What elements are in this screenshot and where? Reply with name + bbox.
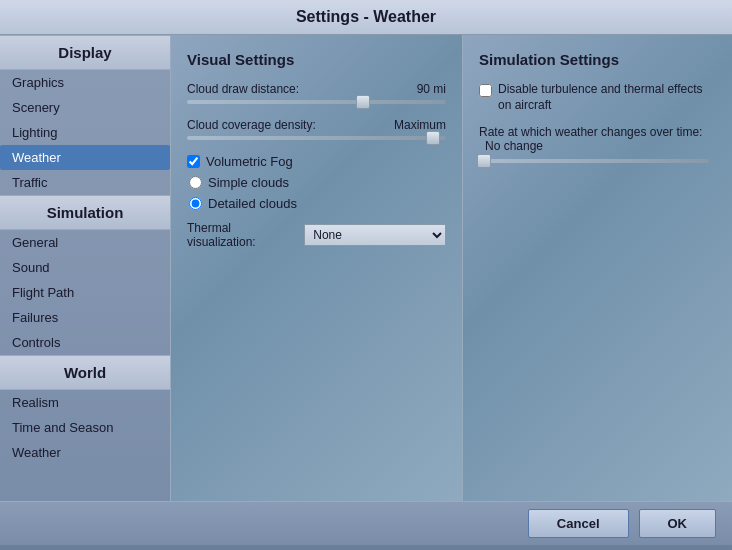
detailed-clouds-label[interactable]: Detailed clouds xyxy=(208,196,297,211)
sidebar-item-controls[interactable]: Controls xyxy=(0,330,170,355)
sidebar-item-failures[interactable]: Failures xyxy=(0,305,170,330)
visual-settings-title: Visual Settings xyxy=(187,51,446,68)
volumetric-fog-label[interactable]: Volumetric Fog xyxy=(206,154,293,169)
volumetric-fog-row: Volumetric Fog xyxy=(187,154,446,169)
sidebar-item-realism[interactable]: Realism xyxy=(0,390,170,415)
sidebar-item-lighting[interactable]: Lighting xyxy=(0,120,170,145)
sidebar-item-weather[interactable]: Weather xyxy=(0,145,170,170)
sidebar-item-time-and-season[interactable]: Time and Season xyxy=(0,415,170,440)
sidebar-item-graphics[interactable]: Graphics xyxy=(0,70,170,95)
detailed-clouds-radio[interactable] xyxy=(189,197,202,210)
cloud-draw-value: 90 mi xyxy=(417,82,446,96)
simulation-settings-title: Simulation Settings xyxy=(479,51,716,68)
simulation-section-header: Simulation xyxy=(0,195,170,230)
turbulence-label[interactable]: Disable turbulence and thermal effects o… xyxy=(498,82,716,113)
rate-slider[interactable] xyxy=(479,159,709,163)
volumetric-fog-checkbox[interactable] xyxy=(187,155,200,168)
rate-label: Rate at which weather changes over time: xyxy=(479,125,702,139)
cloud-draw-thumb[interactable] xyxy=(356,95,370,109)
bottom-bar: Cancel OK xyxy=(0,501,732,545)
cancel-button[interactable]: Cancel xyxy=(528,509,629,538)
turbulence-checkbox[interactable] xyxy=(479,84,492,97)
ok-button[interactable]: OK xyxy=(639,509,717,538)
title-bar: Settings - Weather xyxy=(0,0,732,35)
sidebar-item-traffic[interactable]: Traffic xyxy=(0,170,170,195)
cloud-draw-slider[interactable] xyxy=(187,100,446,104)
thermal-row: Thermal visualization: None Low Medium H… xyxy=(187,221,446,249)
simple-clouds-radio[interactable] xyxy=(189,176,202,189)
rate-value: No change xyxy=(485,139,543,153)
cloud-draw-label: Cloud draw distance: xyxy=(187,82,299,96)
detailed-clouds-row: Detailed clouds xyxy=(189,196,446,211)
simple-clouds-row: Simple clouds xyxy=(189,175,446,190)
cloud-coverage-thumb[interactable] xyxy=(426,131,440,145)
cloud-coverage-slider[interactable] xyxy=(187,136,446,140)
sidebar-item-scenery[interactable]: Scenery xyxy=(0,95,170,120)
sidebar-item-sound[interactable]: Sound xyxy=(0,255,170,280)
thermal-select[interactable]: None Low Medium High xyxy=(304,224,446,246)
cloud-coverage-value: Maximum xyxy=(394,118,446,132)
simple-clouds-label[interactable]: Simple clouds xyxy=(208,175,289,190)
rate-thumb[interactable] xyxy=(477,154,491,168)
sidebar-item-weather2[interactable]: Weather xyxy=(0,440,170,465)
cloud-coverage-label: Cloud coverage density: xyxy=(187,118,316,132)
simulation-settings-panel: Simulation Settings Disable turbulence a… xyxy=(462,35,732,501)
visual-settings-panel: Visual Settings Cloud draw distance: 90 … xyxy=(170,35,462,501)
world-section-header: World xyxy=(0,355,170,390)
sidebar-item-general[interactable]: General xyxy=(0,230,170,255)
sidebar: Display Graphics Scenery Lighting Weathe… xyxy=(0,35,170,501)
turbulence-row: Disable turbulence and thermal effects o… xyxy=(479,82,716,113)
page-title: Settings - Weather xyxy=(296,8,436,25)
thermal-label: Thermal visualization: xyxy=(187,221,296,249)
display-section-header: Display xyxy=(0,35,170,70)
rate-row: Rate at which weather changes over time:… xyxy=(479,125,716,153)
sidebar-item-flight-path[interactable]: Flight Path xyxy=(0,280,170,305)
